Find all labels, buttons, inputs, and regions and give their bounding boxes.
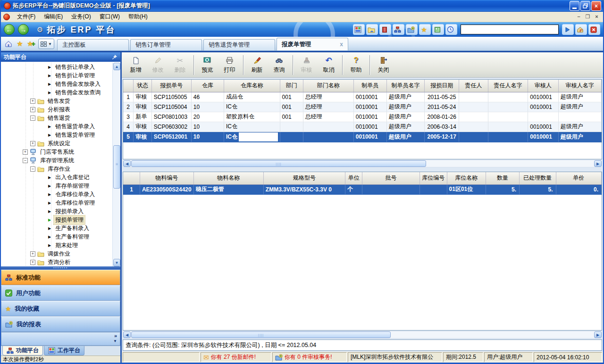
cell[interactable]: [280, 122, 303, 132]
brush-toolbar-button[interactable]: 刷新: [246, 54, 268, 76]
cell[interactable]: 0.: [556, 184, 601, 194]
chevron-down-icon[interactable]: ▼: [113, 339, 117, 344]
notebook-button[interactable]: [379, 24, 391, 35]
column-header-责任人[interactable]: 责任人: [459, 80, 488, 92]
org-chart-button[interactable]: [393, 24, 404, 35]
tab-销售订单管理[interactable]: 销售订单管理: [130, 39, 202, 50]
column-header-数量[interactable]: 数量: [486, 172, 520, 184]
table-row[interactable]: 1审核SCP110500546成品仓001总经理0010001超级用户2011-…: [123, 92, 602, 102]
column-header-审核人[interactable]: 审核人: [528, 80, 558, 92]
collapse-icon[interactable]: −: [23, 158, 28, 163]
cell[interactable]: 0010001: [528, 102, 558, 112]
tree-item-销售折让单管理[interactable]: ▶销售折让单管理: [1, 71, 112, 80]
cell[interactable]: SCP0512001: [151, 132, 191, 142]
column-header-单价[interactable]: 单价: [556, 172, 601, 184]
cell[interactable]: IC仓: [224, 132, 280, 142]
menu-item-0[interactable]: 文件(F): [13, 12, 40, 22]
cell[interactable]: IC仓: [224, 102, 280, 112]
tree-item-查询分析[interactable]: +查询分析: [1, 258, 112, 266]
scroll-right-button[interactable]: ▶: [594, 160, 602, 167]
cell[interactable]: 5.: [486, 184, 520, 194]
cell[interactable]: 新单: [134, 112, 151, 122]
tree-scrollbar[interactable]: ▲ ▼: [112, 63, 120, 266]
cell[interactable]: 超级用户: [386, 132, 424, 142]
cell[interactable]: SCP0801003: [151, 112, 191, 122]
mdi-restore-button[interactable]: ❐: [584, 14, 591, 20]
cell[interactable]: [488, 132, 528, 142]
tree-item-仓库移位单管理[interactable]: ▶仓库移位单管理: [1, 199, 112, 207]
stack-overflow-area[interactable]: » ▼: [1, 332, 120, 346]
print-toolbar-button[interactable]: 打印: [218, 54, 241, 76]
tree-item-生产备料管理[interactable]: ▶生产备料管理: [1, 232, 112, 241]
cell[interactable]: [419, 184, 447, 194]
collapse-icon[interactable]: −: [30, 116, 35, 121]
cell[interactable]: 10: [191, 122, 224, 132]
tree-item-仓库移位单录入[interactable]: ▶仓库移位单录入: [1, 190, 112, 199]
cell[interactable]: 超级用户: [558, 102, 601, 112]
expand-icon[interactable]: +: [30, 260, 35, 265]
tree-item-销售退货单录入[interactable]: ▶销售退货单录入: [1, 122, 112, 131]
cell[interactable]: 0010001: [353, 122, 386, 132]
cell[interactable]: [528, 112, 558, 122]
stack-panel-用户功能[interactable]: 用户功能: [1, 285, 120, 301]
collapse-icon[interactable]: −: [30, 166, 35, 172]
door-toolbar-button[interactable]: 关闭: [372, 54, 394, 76]
tree-item-销售退货单管理[interactable]: ▶销售退货单管理: [1, 131, 112, 139]
cell[interactable]: 总经理: [303, 102, 353, 112]
cell[interactable]: [280, 132, 303, 142]
scroll-left-button[interactable]: ◀: [123, 331, 131, 338]
column-header-报损日期[interactable]: 报损日期: [425, 80, 459, 92]
folder-add-button[interactable]: [406, 24, 418, 35]
scroll-left-button[interactable]: ◀: [123, 160, 131, 167]
column-header-单位[interactable]: 单位: [345, 172, 362, 184]
menu-item-3[interactable]: 窗口(W): [95, 12, 124, 22]
column-header-批号[interactable]: 批号: [362, 172, 420, 184]
column-header-部门名称[interactable]: 部门名称: [303, 80, 353, 92]
cell[interactable]: 001: [280, 102, 303, 112]
menu-item-2[interactable]: 业务(O): [67, 12, 95, 22]
help-toolbar-button[interactable]: ?帮助: [345, 54, 367, 76]
column-header-仓库[interactable]: 仓库: [191, 80, 224, 92]
home-icon[interactable]: [3, 39, 14, 49]
cell[interactable]: 超级用户: [558, 122, 601, 132]
tree-item-出入仓库登记[interactable]: ▶出入仓库登记: [1, 173, 112, 182]
cell[interactable]: [488, 102, 528, 112]
search-toolbar-button[interactable]: 查询: [268, 54, 290, 76]
column-header-物料编号[interactable]: 物料编号: [140, 172, 193, 184]
table-row[interactable]: 1AE2330500S24420稳压二极管ZMM3.3V/BZX55C-3.3V…: [123, 184, 602, 194]
restore-button[interactable]: [580, 1, 590, 11]
folder-home-button[interactable]: [366, 24, 378, 35]
forward-button[interactable]: →: [18, 24, 29, 35]
tree-item-销售折让单录入[interactable]: ▶销售折让单录入: [1, 63, 112, 71]
scroll-down-button[interactable]: ▼: [113, 259, 120, 266]
panels-button[interactable]: [353, 24, 365, 35]
tree-item-调拨作业[interactable]: +调拨作业: [1, 249, 112, 258]
run-button[interactable]: [562, 24, 574, 35]
cell[interactable]: 审核: [134, 102, 151, 112]
cell[interactable]: SCP1105005: [151, 92, 191, 102]
cell[interactable]: 2011-05-25: [425, 92, 459, 102]
cell[interactable]: 46: [191, 92, 224, 102]
column-header-已处理数量[interactable]: 已处理数量: [519, 172, 556, 184]
tab-close-icon[interactable]: x: [332, 41, 343, 48]
cell[interactable]: [362, 184, 420, 194]
status-segment-mail[interactable]: ✉你有 27 份新邮件!: [201, 352, 271, 362]
tree-item-库存单据管理[interactable]: ▶库存单据管理: [1, 182, 112, 190]
menu-item-4[interactable]: 帮助(H): [124, 12, 152, 22]
star-badge-button[interactable]: ★: [419, 24, 431, 35]
cell[interactable]: [459, 122, 488, 132]
tree-item-分析报表[interactable]: +分析报表: [1, 105, 112, 114]
cell[interactable]: 1: [123, 184, 140, 194]
cell[interactable]: [488, 92, 528, 102]
cell[interactable]: 5: [123, 132, 134, 142]
cell[interactable]: 超级用户: [386, 92, 424, 102]
tree-item-报损单录入[interactable]: ▶报损单录入: [1, 207, 112, 215]
cell[interactable]: 001: [280, 92, 303, 102]
home-exit-button[interactable]: [575, 24, 587, 35]
scroll-thumb[interactable]: [131, 160, 426, 167]
new-toolbar-button[interactable]: 新增: [125, 54, 147, 76]
tree-item-期末处理[interactable]: ▶期末处理: [1, 241, 112, 249]
cell[interactable]: 2011-05-24: [425, 102, 459, 112]
column-header-库位编号[interactable]: 库位编号: [419, 172, 447, 184]
cell[interactable]: 001: [280, 112, 303, 122]
